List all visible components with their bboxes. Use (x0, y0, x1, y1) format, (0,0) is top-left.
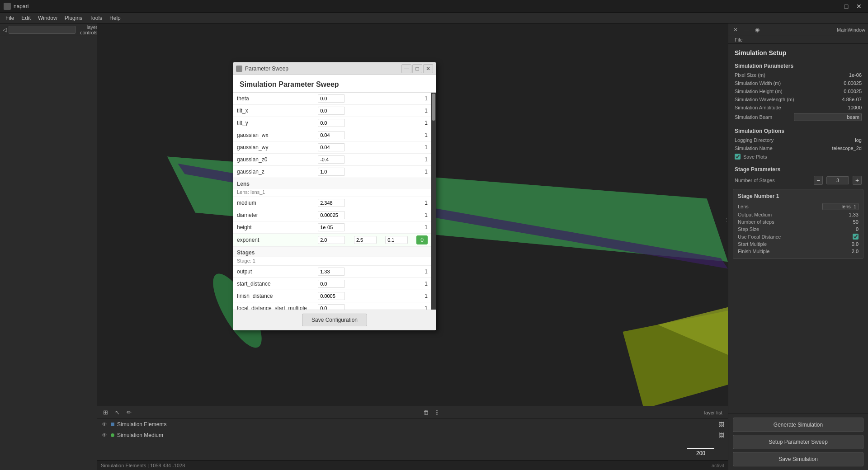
parameter-table: theta 1 tilt_x (233, 93, 431, 310)
use-focal-distance-checkbox[interactable] (853, 234, 859, 240)
param-value-fdsm[interactable] (314, 302, 350, 310)
save-simulation-button[interactable]: Save Simulation (733, 452, 863, 466)
right-panel-close-button[interactable]: ✕ (731, 25, 740, 34)
table-row: theta 1 (233, 93, 431, 105)
stage-usefocal-label: Use Focal Distance (738, 234, 849, 240)
setup-parameter-sweep-button[interactable]: Setup Parameter Sweep (733, 435, 863, 449)
param-value-gwy[interactable] (314, 141, 350, 154)
right-panel-min-button[interactable]: — (742, 25, 751, 34)
save-configuration-button[interactable]: Save Configuration (302, 314, 367, 326)
toolbar-back-button[interactable]: ◁ (3, 25, 7, 34)
num-stages-row: Number of Stages − + (728, 174, 868, 186)
param-value-wavelength: 4.88e-07 (835, 97, 862, 102)
menu-window[interactable]: Window (34, 14, 61, 22)
param-name-medium: medium (233, 197, 314, 209)
menu-plugins[interactable]: Plugins (61, 14, 86, 22)
layer-grid-button[interactable]: ⊞ (100, 407, 111, 418)
param-input-gwy[interactable] (318, 143, 345, 151)
param-input-medium[interactable] (318, 199, 345, 207)
param-value-startdist[interactable] (314, 278, 350, 290)
title-bar-buttons: — □ ✕ (828, 2, 864, 11)
layer-draw-button[interactable]: ✏ (123, 407, 134, 418)
param-input-tiltx[interactable] (318, 107, 345, 115)
layer-visibility-icon[interactable]: 👁 (101, 421, 108, 428)
save-plots-checkbox[interactable] (735, 154, 741, 160)
param-value-gz[interactable] (314, 166, 350, 178)
param-max-input-exponent[interactable] (385, 236, 408, 244)
stages-count-input[interactable] (826, 176, 849, 184)
param-value-tilty[interactable] (314, 117, 350, 129)
menu-file[interactable]: File (2, 14, 18, 22)
list-item[interactable]: 👁 Simulation Elements 🖼 (97, 419, 728, 430)
param-count-diameter: 1 (413, 209, 431, 221)
dialog-scrollbar[interactable] (431, 93, 436, 310)
menu-edit[interactable]: Edit (18, 14, 34, 22)
dialog-close-button[interactable]: ✕ (423, 64, 433, 73)
param-value-output[interactable] (314, 266, 350, 278)
param-input-height[interactable] (318, 223, 345, 231)
simulation-beam-input[interactable] (794, 113, 862, 121)
list-item[interactable]: 👁 Simulation Medium 🖼 (97, 430, 728, 441)
minimize-button[interactable]: — (828, 2, 839, 11)
layer-list-panel: ⊞ ↖ ✏ 🗑 layer list 👁 Simulation (97, 406, 728, 460)
param-row-simname: Simulation Name telescope_2d (728, 144, 868, 152)
layer-visibility-icon[interactable]: 👁 (101, 432, 108, 439)
param-input-output[interactable] (318, 268, 345, 276)
param-input-gz0[interactable] (318, 155, 345, 164)
param-input-gz[interactable] (318, 168, 345, 176)
layer-controls-area (0, 36, 97, 470)
param-input-fdsm[interactable] (318, 304, 345, 310)
param-value-medium[interactable] (314, 197, 350, 209)
table-row: tilt_x 1 (233, 105, 431, 117)
viewport-resize-handle[interactable]: ⋮ (725, 202, 728, 238)
param-value-exponent[interactable] (314, 234, 350, 247)
param-input-startdist[interactable] (318, 280, 345, 288)
param-input-exponent[interactable] (318, 236, 345, 244)
param-value-gz0[interactable] (314, 154, 350, 166)
center-viewport[interactable]: 2 1 0 1 ⋮ ⊞ ↖ ✏ 🗑 (97, 24, 728, 470)
param-input-finishdist[interactable] (318, 292, 345, 300)
stages-increment-button[interactable]: + (853, 176, 862, 185)
more-options-button[interactable] (436, 410, 438, 415)
param-name-exponent: exponent (233, 234, 314, 247)
delete-layer-button[interactable]: 🗑 (421, 408, 431, 417)
stage-stepsize-value: 0 (856, 226, 859, 232)
menu-tools[interactable]: Tools (86, 14, 106, 22)
menu-help[interactable]: Help (106, 14, 124, 22)
right-panel-scroll[interactable]: Simulation Parameters Pixel Size (m) 1e-… (728, 60, 868, 414)
param-min-exponent[interactable] (350, 234, 382, 247)
param-min-input-exponent[interactable] (354, 236, 377, 244)
layer-select-button[interactable]: ↖ (112, 407, 123, 418)
generate-simulation-button[interactable]: Generate Simulation (733, 418, 863, 432)
param-row-wavelength: Simulation Wavelength (m) 4.88e-07 (728, 95, 868, 103)
param-value-theta[interactable] (314, 93, 350, 105)
param-value-diameter[interactable] (314, 209, 350, 221)
param-value-height[interactable] (314, 221, 350, 234)
file-menu-label: File (728, 36, 868, 44)
layer-controls-toolbar: ◁ layer controls (0, 24, 97, 36)
title-bar: napari — □ ✕ (0, 0, 868, 13)
right-panel-zoom-button[interactable]: ◉ (753, 25, 762, 34)
param-input-diameter[interactable] (318, 211, 345, 219)
maximize-button[interactable]: □ (841, 2, 852, 11)
stages-decrement-button[interactable]: − (814, 176, 823, 185)
stage-finishmult-label: Finish Multiple (738, 249, 848, 254)
param-value-gwx[interactable] (314, 129, 350, 141)
param-value-finishdist[interactable] (314, 290, 350, 302)
parameter-sweep-dialog[interactable]: Parameter Sweep — □ ✕ Simulation Paramet… (233, 62, 436, 330)
dialog-table-area[interactable]: theta 1 tilt_x (233, 93, 431, 310)
param-input-theta[interactable] (318, 94, 345, 103)
param-count-exponent[interactable]: 0 (413, 234, 431, 247)
stage-usefocal-row: Use Focal Distance (738, 233, 859, 240)
scrollbar-thumb[interactable] (432, 94, 435, 121)
dialog-minimize-button[interactable]: — (401, 64, 411, 73)
close-button[interactable]: ✕ (854, 2, 864, 11)
dialog-maximize-button[interactable]: □ (412, 64, 422, 73)
param-value-tiltx[interactable] (314, 105, 350, 117)
param-input-gwx[interactable] (318, 131, 345, 139)
param-input-tilty[interactable] (318, 119, 345, 127)
param-max-exponent[interactable] (382, 234, 413, 247)
stage-lens-input[interactable] (822, 203, 859, 210)
menu-bar: File Edit Window Plugins Tools Help (0, 13, 868, 24)
search-input[interactable] (9, 26, 75, 34)
